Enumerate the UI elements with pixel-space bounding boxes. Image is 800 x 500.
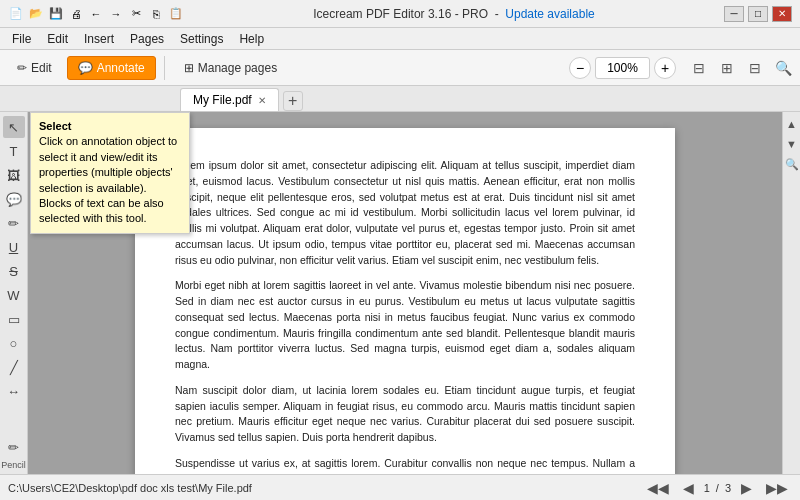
panel-icon-1[interactable]: ▲ [784, 116, 800, 132]
panel-icon-2[interactable]: ▼ [784, 136, 800, 152]
app-title: Icecream PDF Editor 3.16 - PRO - Update … [184, 7, 724, 21]
text-tool-button[interactable]: T [3, 140, 25, 162]
close-button[interactable]: ✕ [772, 6, 792, 22]
zoom-out-button[interactable]: − [569, 57, 591, 79]
pdf-paragraph-4: Suspendisse ut varius ex, at sagittis lo… [175, 456, 635, 474]
save-icon[interactable]: 💾 [48, 6, 64, 22]
title-bar-icons: 📄 📂 💾 🖨 ← → ✂ ⎘ 📋 [8, 6, 184, 22]
current-page: 1 [704, 482, 710, 494]
pdf-paragraph-3: Nam suscipit dolor diam, ut lacinia lore… [175, 383, 635, 446]
tab-label: My File.pdf [193, 93, 252, 107]
total-pages: 3 [725, 482, 731, 494]
file-tab[interactable]: My File.pdf ✕ [180, 88, 279, 111]
next-page-button[interactable]: ▶ [737, 480, 756, 496]
menu-insert[interactable]: Insert [76, 30, 122, 48]
last-page-button[interactable]: ▶▶ [762, 480, 792, 496]
zoom-in-button[interactable]: + [654, 57, 676, 79]
textbox-tool-button[interactable]: W [3, 284, 25, 306]
view-controls: ⊟ ⊞ ⊟ 🔍 [688, 57, 794, 79]
paste-icon[interactable]: 📋 [168, 6, 184, 22]
menu-bar: File Edit Insert Pages Settings Help [0, 28, 800, 50]
first-page-button[interactable]: ◀◀ [643, 480, 673, 496]
rectangle-tool-button[interactable]: ▭ [3, 308, 25, 330]
page-separator: / [716, 482, 719, 494]
select-tool-button[interactable]: ↖ [3, 116, 25, 138]
main-area: Select Click on annotation object to sel… [0, 112, 800, 474]
update-link[interactable]: Update available [505, 7, 594, 21]
new-icon[interactable]: 📄 [8, 6, 24, 22]
status-bar: C:\Users\CE2\Desktop\pdf doc xls test\My… [0, 474, 800, 500]
pencil-label: Pencil [1, 460, 26, 470]
strikethrough-tool-button[interactable]: S [3, 260, 25, 282]
pdf-page: Lorem ipsum dolor sit amet, consectetur … [135, 128, 675, 474]
zoom-controls: − + [569, 57, 676, 79]
two-page-icon[interactable]: ⊟ [744, 57, 766, 79]
measure-tool-button[interactable]: ↔ [3, 380, 25, 402]
line-tool-button[interactable]: ╱ [3, 356, 25, 378]
comment-tool-button[interactable]: 💬 [3, 188, 25, 210]
copy-icon[interactable]: ⎘ [148, 6, 164, 22]
panel-search-icon[interactable]: 🔍 [784, 156, 800, 172]
tooltip-title: Select [39, 120, 71, 132]
zoom-input[interactable] [595, 57, 650, 79]
tooltip-popup: Select Click on annotation object to sel… [30, 112, 190, 234]
menu-pages[interactable]: Pages [122, 30, 172, 48]
page-navigation: ◀◀ ◀ 1 / 3 ▶ ▶▶ [643, 480, 792, 496]
manage-pages-label: Manage pages [198, 61, 277, 75]
search-icon[interactable]: 🔍 [772, 57, 794, 79]
pdf-paragraph-1: Lorem ipsum dolor sit amet, consectetur … [175, 158, 635, 268]
toolbar: ✏ Edit 💬 Annotate ⊞ Manage pages − + ⊟ ⊞… [0, 50, 800, 86]
tooltip-body: Click on annotation object to select it … [39, 135, 177, 224]
edit-icon: ✏ [17, 61, 27, 75]
fit-page-icon[interactable]: ⊞ [716, 57, 738, 79]
pencil-tool-button[interactable]: ✏ [3, 436, 25, 458]
pages-icon: ⊞ [184, 61, 194, 75]
add-tab-button[interactable]: + [283, 91, 303, 111]
open-icon[interactable]: 📂 [28, 6, 44, 22]
ellipse-tool-button[interactable]: ○ [3, 332, 25, 354]
prev-page-button[interactable]: ◀ [679, 480, 698, 496]
tab-close-button[interactable]: ✕ [258, 95, 266, 106]
fit-width-icon[interactable]: ⊟ [688, 57, 710, 79]
annotate-icon: 💬 [78, 61, 93, 75]
annotate-label: Annotate [97, 61, 145, 75]
window-controls: ─ □ ✕ [724, 6, 792, 22]
menu-help[interactable]: Help [231, 30, 272, 48]
image-tool-button[interactable]: 🖼 [3, 164, 25, 186]
minimize-button[interactable]: ─ [724, 6, 744, 22]
tab-bar: My File.pdf ✕ + [0, 86, 800, 112]
file-path: C:\Users\CE2\Desktop\pdf doc xls test\My… [8, 482, 252, 494]
app-title-text: Icecream PDF Editor 3.16 - PRO [313, 7, 488, 21]
toolbar-separator [164, 56, 165, 80]
edit-label: Edit [31, 61, 52, 75]
menu-edit[interactable]: Edit [39, 30, 76, 48]
title-bar: 📄 📂 💾 🖨 ← → ✂ ⎘ 📋 Icecream PDF Editor 3.… [0, 0, 800, 28]
menu-file[interactable]: File [4, 30, 39, 48]
draw-tool-button[interactable]: ✏ [3, 212, 25, 234]
menu-settings[interactable]: Settings [172, 30, 231, 48]
right-panel: ▲ ▼ 🔍 [782, 112, 800, 474]
edit-button[interactable]: ✏ Edit [6, 56, 63, 80]
pdf-paragraph-2: Morbi eget nibh at lorem sagittis laoree… [175, 278, 635, 373]
redo-icon[interactable]: → [108, 6, 124, 22]
annotate-button[interactable]: 💬 Annotate [67, 56, 156, 80]
underline-tool-button[interactable]: U [3, 236, 25, 258]
undo-icon[interactable]: ← [88, 6, 104, 22]
maximize-button[interactable]: □ [748, 6, 768, 22]
left-sidebar: Select Click on annotation object to sel… [0, 112, 28, 474]
print-icon[interactable]: 🖨 [68, 6, 84, 22]
manage-pages-button[interactable]: ⊞ Manage pages [173, 56, 288, 80]
cut-icon[interactable]: ✂ [128, 6, 144, 22]
